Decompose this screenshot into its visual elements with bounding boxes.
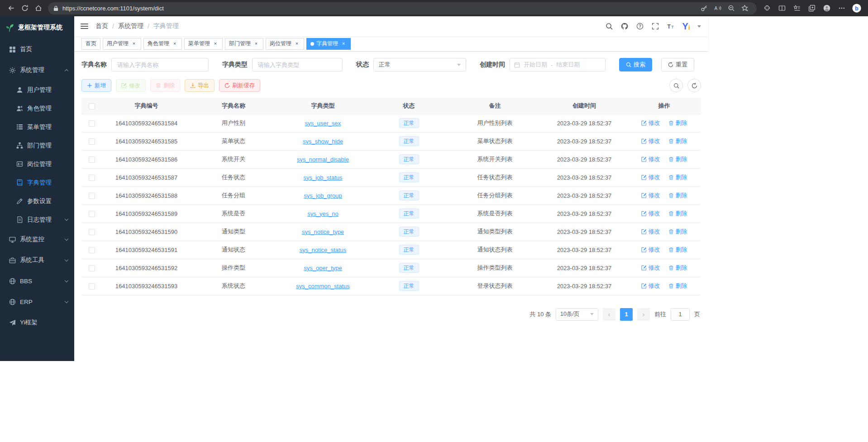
row-checkbox[interactable] bbox=[89, 120, 95, 127]
docs-question-icon[interactable] bbox=[636, 22, 644, 30]
row-delete-button[interactable]: 删除 bbox=[668, 173, 687, 181]
dict-type-link[interactable]: sys_yes_no bbox=[307, 210, 339, 217]
app-logo[interactable]: 意框架管理系统 bbox=[0, 16, 74, 39]
row-delete-button[interactable]: 删除 bbox=[668, 191, 687, 200]
tab-close-icon[interactable]: × bbox=[131, 41, 137, 47]
split-screen-icon[interactable] bbox=[775, 2, 789, 14]
dict-type-link[interactable]: sys_common_status bbox=[296, 283, 350, 290]
row-checkbox[interactable] bbox=[89, 138, 95, 145]
row-edit-button[interactable]: 修改 bbox=[641, 264, 660, 272]
search-button[interactable]: 搜索 bbox=[619, 58, 652, 71]
tab-dict[interactable]: 字典管理× bbox=[306, 38, 351, 50]
row-edit-button[interactable]: 修改 bbox=[641, 137, 660, 145]
row-delete-button[interactable]: 删除 bbox=[668, 246, 687, 254]
row-edit-button[interactable]: 修改 bbox=[641, 246, 660, 254]
tab-close-icon[interactable]: × bbox=[172, 41, 178, 47]
row-checkbox[interactable] bbox=[89, 229, 95, 235]
browser-menu-dots-icon[interactable] bbox=[835, 2, 849, 14]
row-checkbox[interactable] bbox=[89, 211, 95, 217]
sidebar-item-post[interactable]: 岗位管理 bbox=[0, 155, 74, 173]
avatar-caret-down-icon[interactable] bbox=[697, 25, 701, 28]
row-edit-button[interactable]: 修改 bbox=[641, 173, 660, 181]
tab-close-icon[interactable]: × bbox=[294, 41, 300, 47]
browser-home-button[interactable] bbox=[32, 2, 45, 14]
sidebar-item-monitor[interactable]: 系统监控 bbox=[0, 229, 74, 250]
dict-type-link[interactable]: sys_show_hide bbox=[303, 138, 343, 145]
add-favorite-icon[interactable] bbox=[739, 2, 751, 14]
export-button[interactable]: 导出 bbox=[185, 79, 215, 92]
delete-button[interactable]: 删除 bbox=[150, 79, 180, 92]
row-edit-button[interactable]: 修改 bbox=[641, 282, 660, 290]
row-delete-button[interactable]: 删除 bbox=[668, 282, 687, 290]
tab-user[interactable]: 用户管理× bbox=[103, 38, 141, 50]
font-size-icon[interactable]: TT bbox=[667, 22, 675, 30]
tab-role[interactable]: 角色管理× bbox=[143, 38, 182, 50]
fullscreen-icon[interactable] bbox=[651, 22, 659, 30]
reset-button[interactable]: 重置 bbox=[661, 58, 694, 71]
dict-type-link[interactable]: sys_job_status bbox=[304, 174, 343, 181]
edit-button[interactable]: 修改 bbox=[116, 79, 146, 92]
sidebar-item-tool[interactable]: 系统工具 bbox=[0, 250, 74, 271]
row-checkbox[interactable] bbox=[89, 283, 95, 290]
page-size-select[interactable]: 10条/页 bbox=[556, 308, 598, 321]
dict-type-link[interactable]: sys_notice_status bbox=[300, 247, 346, 253]
sidebar-item-dept[interactable]: 部门管理 bbox=[0, 136, 74, 155]
dict-type-link[interactable]: sys_notice_type bbox=[302, 228, 344, 235]
row-edit-button[interactable]: 修改 bbox=[641, 191, 660, 200]
sidebar-item-system[interactable]: 系统管理 bbox=[0, 60, 74, 81]
sidebar-toggle-icon[interactable] bbox=[81, 24, 88, 29]
site-lock-icon[interactable] bbox=[53, 5, 58, 11]
sidebar-item-param[interactable]: 参数设置 bbox=[0, 192, 74, 210]
row-delete-button[interactable]: 删除 bbox=[668, 209, 687, 218]
prev-page-button[interactable]: ‹ bbox=[603, 308, 615, 321]
dict-name-input[interactable] bbox=[111, 58, 209, 71]
row-edit-button[interactable]: 修改 bbox=[641, 155, 660, 163]
row-checkbox[interactable] bbox=[89, 265, 95, 271]
sidebar-item-erp[interactable]: ERP bbox=[0, 291, 74, 312]
extensions-icon[interactable] bbox=[760, 2, 774, 14]
header-search-icon[interactable] bbox=[605, 22, 613, 30]
dict-type-link[interactable]: sys_oper_type bbox=[304, 265, 342, 271]
row-edit-button[interactable]: 修改 bbox=[641, 228, 660, 236]
read-aloud-icon[interactable]: A bbox=[711, 2, 724, 14]
dict-type-input[interactable] bbox=[252, 58, 343, 71]
bing-copilot-button[interactable]: b bbox=[850, 2, 863, 14]
sidebar-item-home[interactable]: 首页 bbox=[0, 39, 74, 60]
select-all-checkbox[interactable] bbox=[89, 103, 95, 109]
row-delete-button[interactable]: 删除 bbox=[668, 228, 687, 236]
created-date-range-picker[interactable]: 开始日期 - 结束日期 bbox=[510, 58, 606, 71]
row-delete-button[interactable]: 删除 bbox=[668, 137, 687, 145]
dict-type-link[interactable]: sys_normal_disable bbox=[297, 156, 349, 163]
github-icon[interactable] bbox=[620, 22, 629, 30]
tab-menu[interactable]: 菜单管理× bbox=[184, 38, 223, 50]
dict-type-link[interactable]: sys_job_group bbox=[304, 192, 342, 199]
sidebar-item-yi[interactable]: Yi框架 bbox=[0, 312, 74, 333]
browser-profile-avatar[interactable] bbox=[820, 2, 834, 14]
goto-page-input[interactable] bbox=[671, 308, 690, 321]
row-checkbox[interactable] bbox=[89, 175, 95, 181]
row-checkbox[interactable] bbox=[89, 193, 95, 199]
status-select[interactable]: 正常 bbox=[373, 58, 466, 71]
browser-back-button[interactable] bbox=[5, 2, 18, 14]
current-page-button[interactable]: 1 bbox=[620, 308, 633, 321]
add-button[interactable]: 新增 bbox=[81, 79, 111, 92]
tab-close-icon[interactable]: × bbox=[340, 41, 347, 47]
sidebar-item-user[interactable]: 用户管理 bbox=[0, 81, 74, 99]
row-delete-button[interactable]: 删除 bbox=[668, 155, 687, 163]
sidebar-item-menu[interactable]: 菜单管理 bbox=[0, 118, 74, 136]
sidebar-item-role[interactable]: 角色管理 bbox=[0, 99, 74, 118]
sidebar-item-dict[interactable]: 字典管理 bbox=[0, 173, 74, 192]
user-avatar-logo[interactable]: Yi bbox=[682, 22, 690, 31]
breadcrumb-item[interactable]: 首页 bbox=[95, 22, 108, 30]
zoom-icon[interactable] bbox=[725, 2, 738, 14]
sidebar-item-bbs[interactable]: BBS bbox=[0, 271, 74, 291]
breadcrumb-item[interactable]: 系统管理 bbox=[118, 22, 143, 30]
browser-refresh-button[interactable] bbox=[18, 2, 32, 14]
row-checkbox[interactable] bbox=[89, 157, 95, 163]
tab-post[interactable]: 岗位管理× bbox=[266, 38, 304, 50]
address-bar[interactable]: https://ccnetcore.com:1101/system/dict A bbox=[48, 2, 757, 14]
row-delete-button[interactable]: 删除 bbox=[668, 119, 687, 127]
tab-close-icon[interactable]: × bbox=[212, 41, 219, 47]
row-checkbox[interactable] bbox=[89, 247, 95, 253]
collections-icon[interactable] bbox=[805, 2, 819, 14]
